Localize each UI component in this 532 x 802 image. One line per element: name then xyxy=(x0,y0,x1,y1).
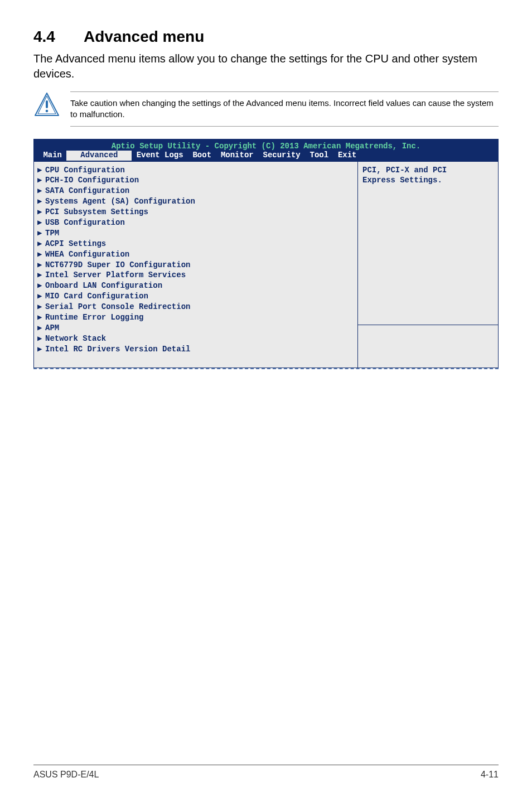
menu-serial-port-redirection[interactable]: ▶Serial Port Console Redirection xyxy=(37,302,354,312)
chevron-right-icon: ▶ xyxy=(37,344,45,355)
menu-usb-configuration[interactable]: ▶USB Configuration xyxy=(37,218,354,228)
section-title: Advanced menu xyxy=(84,28,204,45)
section-number: 4.4 xyxy=(33,28,84,46)
menu-pch-io-configuration[interactable]: ▶PCH-IO Configuration xyxy=(37,175,354,186)
chevron-right-icon: ▶ xyxy=(37,249,45,260)
chevron-right-icon: ▶ xyxy=(37,334,45,344)
chevron-right-icon: ▶ xyxy=(37,175,45,186)
footer-page-number: 4-11 xyxy=(481,770,499,780)
menu-intel-rc-drivers[interactable]: ▶Intel RC Drivers Version Detail xyxy=(37,344,354,355)
bios-body: ▶CPU Configuration ▶PCH-IO Configuration… xyxy=(34,162,498,368)
chevron-right-icon: ▶ xyxy=(37,239,45,249)
chevron-right-icon: ▶ xyxy=(37,207,45,218)
caution-callout: Take caution when changing the settings … xyxy=(33,91,499,127)
menu-mio-card-configuration[interactable]: ▶MIO Card Configuration xyxy=(37,291,354,302)
svg-point-3 xyxy=(46,110,49,113)
bios-header: Aptio Setup Utility - Copyright (C) 2013… xyxy=(34,139,498,162)
bios-tabs: Main Advanced Event Logs Boot Monitor Se… xyxy=(38,151,494,160)
chevron-right-icon: ▶ xyxy=(37,165,45,176)
tab-advanced[interactable]: Advanced xyxy=(74,151,125,161)
bios-cutoff-line xyxy=(33,368,499,369)
chevron-right-icon: ▶ xyxy=(37,270,45,281)
menu-onboard-lan[interactable]: ▶Onboard LAN Configuration xyxy=(37,281,354,291)
chevron-right-icon: ▶ xyxy=(37,260,45,270)
bios-menu-list: ▶CPU Configuration ▶PCH-IO Configuration… xyxy=(34,162,358,368)
menu-acpi-settings[interactable]: ▶ACPI Settings xyxy=(37,239,354,249)
tabs-rest[interactable]: Event Logs Boot Monitor Security Tool Ex… xyxy=(132,151,356,160)
tab-main[interactable]: Main xyxy=(38,151,66,160)
bios-title: Aptio Setup Utility - Copyright (C) 2013… xyxy=(38,142,494,151)
help-divider xyxy=(358,325,498,364)
bios-screenshot: Aptio Setup Utility - Copyright (C) 2013… xyxy=(33,139,499,368)
menu-tpm[interactable]: ▶TPM xyxy=(37,228,354,239)
chevron-right-icon: ▶ xyxy=(37,186,45,196)
chevron-right-icon: ▶ xyxy=(37,323,45,334)
section-heading: 4.4Advanced menu xyxy=(33,28,499,46)
menu-pci-subsystem-settings[interactable]: ▶PCI Subsystem Settings xyxy=(37,207,354,218)
svg-rect-2 xyxy=(46,100,48,108)
page-footer: ASUS P9D-E/4L 4-11 xyxy=(33,765,499,780)
menu-sata-configuration[interactable]: ▶SATA Configuration xyxy=(37,186,354,196)
chevron-right-icon: ▶ xyxy=(37,291,45,302)
intro-paragraph: The Advanced menu items allow you to cha… xyxy=(33,51,499,81)
chevron-right-icon: ▶ xyxy=(37,281,45,291)
help-line-2: Express Settings. xyxy=(362,175,494,186)
menu-cpu-configuration[interactable]: ▶CPU Configuration xyxy=(37,165,354,176)
menu-systems-agent-configuration[interactable]: ▶Systems Agent (SA) Configuration xyxy=(37,196,354,207)
menu-intel-server-platform[interactable]: ▶Intel Server Platform Services xyxy=(37,270,354,281)
menu-apm[interactable]: ▶APM xyxy=(37,323,354,334)
chevron-right-icon: ▶ xyxy=(37,312,45,323)
caution-icon xyxy=(33,91,60,120)
menu-nct6779d-super-io[interactable]: ▶NCT6779D Super IO Configuration xyxy=(37,260,354,270)
caution-text: Take caution when changing the settings … xyxy=(70,91,499,127)
help-line-1: PCI, PCI-X and PCI xyxy=(362,165,494,176)
chevron-right-icon: ▶ xyxy=(37,196,45,207)
menu-runtime-error-logging[interactable]: ▶Runtime Error Logging xyxy=(37,312,354,323)
bios-help-pane: PCI, PCI-X and PCI Express Settings. xyxy=(358,162,498,368)
menu-network-stack[interactable]: ▶Network Stack xyxy=(37,334,354,344)
footer-product: ASUS P9D-E/4L xyxy=(33,770,99,780)
menu-whea-configuration[interactable]: ▶WHEA Configuration xyxy=(37,249,354,260)
chevron-right-icon: ▶ xyxy=(37,302,45,312)
chevron-right-icon: ▶ xyxy=(37,218,45,228)
chevron-right-icon: ▶ xyxy=(37,228,45,239)
